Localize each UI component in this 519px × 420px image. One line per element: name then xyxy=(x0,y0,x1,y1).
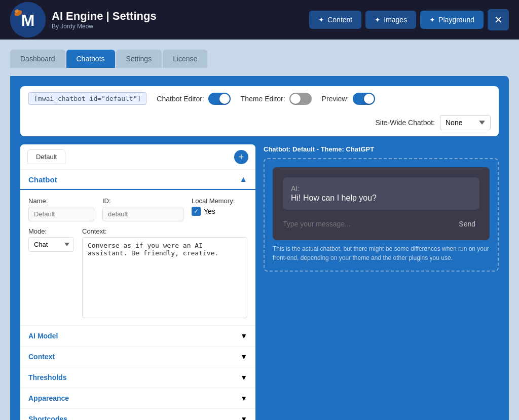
chatbot-name-text: Default xyxy=(292,145,315,153)
content-star-icon: ✦ xyxy=(318,16,324,24)
name-input[interactable] xyxy=(28,207,94,221)
local-memory-checkbox[interactable]: ✓ xyxy=(192,207,201,216)
chatbot-info-text: Chatbot: xyxy=(264,145,292,153)
svg-text:M: M xyxy=(21,11,35,29)
id-label: ID: xyxy=(102,197,183,205)
chat-preview-box: AI: Hi! How can I help you? Send xyxy=(273,167,490,240)
theme-editor-toggle[interactable] xyxy=(289,93,312,105)
name-id-row: Name: ID: Local Memory: ✓ Yes xyxy=(28,197,247,221)
context-textarea[interactable]: Converse as if you were an AI assistant.… xyxy=(82,237,247,318)
thresholds-title: Thresholds xyxy=(28,373,66,381)
name-field-group: Name: xyxy=(28,197,94,221)
context-header[interactable]: Context ▼ xyxy=(20,347,255,367)
context-section-title: Context xyxy=(28,353,55,361)
shortcodes-header[interactable]: Shortcodes ▼ xyxy=(20,409,255,420)
images-button[interactable]: ✦ Images xyxy=(365,11,416,29)
shortcode-badge[interactable]: [mwai_chatbot id="default"] xyxy=(28,92,146,105)
mode-label: Mode: xyxy=(28,227,74,235)
tab-license[interactable]: License xyxy=(163,50,207,68)
ai-bubble: AI: Hi! How can I help you? xyxy=(283,177,479,210)
appearance-chevron-icon: ▼ xyxy=(240,394,247,402)
header: M AI Engine | Settings By Jordy Meow ✦ C… xyxy=(0,0,519,40)
chat-note: This is the actual chatbot, but there mi… xyxy=(273,244,490,262)
close-button[interactable]: ✕ xyxy=(488,9,509,30)
left-column: Default + Chatbot ▲ Name: xyxy=(20,144,255,420)
local-memory-label: Local Memory: xyxy=(192,197,235,205)
local-memory-field-group: Local Memory: ✓ Yes xyxy=(192,197,235,216)
preview-toggle[interactable] xyxy=(353,93,375,105)
app-subtitle: By Jordy Meow xyxy=(52,23,157,30)
logo-icon: M xyxy=(10,2,46,37)
context-field-group: Context: Converse as if you were an AI a… xyxy=(82,227,247,318)
toolbar-row: [mwai_chatbot id="default"] Chatbot Edit… xyxy=(20,86,499,136)
thresholds-section: Thresholds ▼ xyxy=(20,367,255,388)
logo-area: M AI Engine | Settings By Jordy Meow xyxy=(10,2,301,37)
chatbot-section-header[interactable]: Chatbot ▲ xyxy=(20,170,255,190)
theme-name-text: ChatGPT xyxy=(346,145,375,153)
thresholds-chevron-icon: ▼ xyxy=(240,373,247,381)
app-title: AI Engine | Settings xyxy=(52,10,157,23)
tab-chatbots[interactable]: Chatbots xyxy=(66,50,115,68)
images-label: Images xyxy=(384,16,407,24)
tab-settings[interactable]: Settings xyxy=(116,50,162,68)
default-chatbot-tab[interactable]: Default xyxy=(27,149,65,164)
shortcodes-title: Shortcodes xyxy=(28,415,67,420)
mode-context-row: Mode: Chat Assistant Images Context: Con… xyxy=(28,227,247,318)
context-label: Context: xyxy=(82,227,247,235)
ai-model-title: AI Model xyxy=(28,332,58,340)
id-input[interactable] xyxy=(102,207,183,221)
thresholds-header[interactable]: Thresholds ▼ xyxy=(20,367,255,388)
appearance-section: Appareance ▼ xyxy=(20,388,255,408)
playground-label: Playground xyxy=(438,16,474,24)
chatbot-tab-bar: Default + xyxy=(20,144,255,170)
ai-model-header[interactable]: AI Model ▼ xyxy=(20,326,255,346)
playground-star-icon: ✦ xyxy=(429,16,435,24)
add-chatbot-button[interactable]: + xyxy=(234,150,248,164)
chatbot-chevron-icon: ▲ xyxy=(239,175,247,184)
context-section: Context ▼ xyxy=(20,346,255,367)
tabs-bar: Dashboard Chatbots Settings License xyxy=(10,50,509,68)
send-button[interactable]: Send xyxy=(455,218,479,230)
ai-greeting: Hi! How can I help you? xyxy=(291,194,471,203)
chat-message-input[interactable] xyxy=(283,220,451,228)
content-panel: [mwai_chatbot id="default"] Chatbot Edit… xyxy=(10,76,509,420)
shortcodes-chevron-icon: ▼ xyxy=(240,415,247,420)
tab-dashboard[interactable]: Dashboard xyxy=(10,50,65,68)
appearance-header[interactable]: Appareance ▼ xyxy=(20,388,255,408)
site-wide-label: Site-Wide Chatbot: xyxy=(376,119,435,127)
theme-editor-toggle-group: Theme Editor: xyxy=(241,93,312,105)
shortcodes-section: Shortcodes ▼ xyxy=(20,408,255,420)
local-memory-yes-label: Yes xyxy=(204,207,215,215)
preview-label: Preview: xyxy=(322,95,349,103)
theme-info-text: - Theme: xyxy=(315,145,346,153)
chatbot-preview-label: Chatbot: Default - Theme: ChatGPT xyxy=(264,144,499,154)
preview-dashed-border: AI: Hi! How can I help you? Send This is… xyxy=(264,158,499,272)
chat-input-row: Send xyxy=(283,218,479,230)
ai-model-section: AI Model ▼ xyxy=(20,325,255,346)
close-icon: ✕ xyxy=(494,14,503,26)
name-label: Name: xyxy=(28,197,94,205)
content-label: Content xyxy=(327,16,352,24)
preview-toggle-group: Preview: xyxy=(322,93,376,105)
chatbot-editor-label: Chatbot Editor: xyxy=(157,95,204,103)
chatbot-editor-toggle[interactable] xyxy=(208,93,231,105)
content-button[interactable]: ✦ Content xyxy=(309,11,361,29)
chatbot-editor-toggle-group: Chatbot Editor: xyxy=(157,93,230,105)
local-memory-row: ✓ Yes xyxy=(192,207,235,216)
ai-model-chevron-icon: ▼ xyxy=(240,332,247,340)
images-star-icon: ✦ xyxy=(375,16,381,24)
chatbot-form: Name: ID: Local Memory: ✓ Yes xyxy=(20,190,255,325)
two-column-layout: Default + Chatbot ▲ Name: xyxy=(20,144,499,420)
playground-button[interactable]: ✦ Playground xyxy=(420,11,484,29)
mode-select[interactable]: Chat Assistant Images xyxy=(28,237,74,252)
mode-field-group: Mode: Chat Assistant Images xyxy=(28,227,74,252)
site-wide-select[interactable]: None Default xyxy=(440,115,491,130)
header-nav: ✦ Content ✦ Images ✦ Playground ✕ xyxy=(309,9,509,30)
right-column: Chatbot: Default - Theme: ChatGPT AI: Hi… xyxy=(264,144,499,420)
appearance-title: Appareance xyxy=(28,394,69,402)
header-title-block: AI Engine | Settings By Jordy Meow xyxy=(52,10,157,30)
main-wrapper: Dashboard Chatbots Settings License [mwa… xyxy=(0,40,519,420)
theme-editor-label: Theme Editor: xyxy=(241,95,285,103)
ai-label: AI: xyxy=(291,184,471,193)
id-field-group: ID: xyxy=(102,197,183,221)
